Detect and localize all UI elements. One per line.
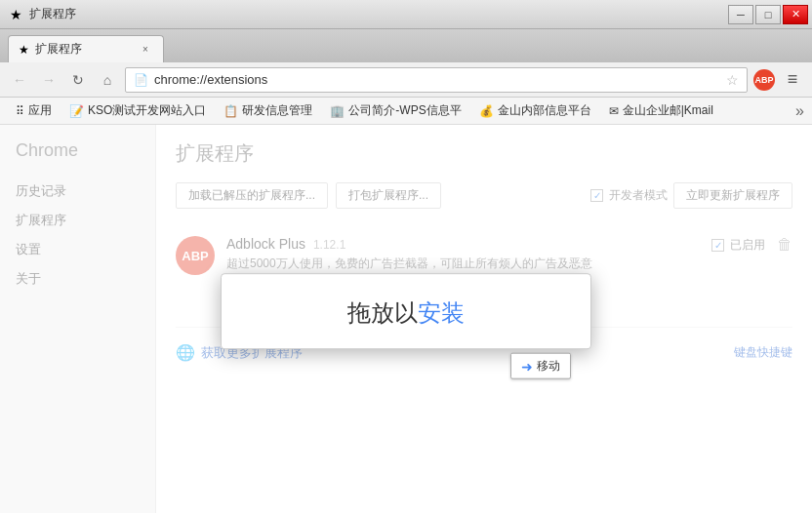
move-button-wrap: ➜ 移动 [510,353,571,379]
minimize-button[interactable]: ─ [728,5,753,24]
bookmark-mail-label: 金山企业邮|Kmail [623,102,713,119]
title-text: 扩展程序 [29,6,76,22]
bookmarks-more-button[interactable]: » [795,102,804,120]
move-arrow-icon: ➜ [521,358,533,374]
tab-favicon: ★ [19,43,29,57]
bookmark-kso-label: KSO测试开发网站入口 [88,102,206,119]
tab-title: 扩展程序 [35,41,132,58]
bookmark-mail[interactable]: ✉ 金山企业邮|Kmail [601,100,721,122]
main-content: Chrome 历史记录 扩展程序 设置 关于 扩展程序 加载已解压的扩展程序..… [0,125,812,513]
title-bar-left: ★ 扩展程序 [8,6,76,22]
home-button[interactable]: ⌂ [96,68,119,92]
address-input-wrap[interactable]: 📄 ☆ [125,67,748,93]
page-icon: 📄 [134,73,148,87]
bookmark-rd-label: 研发信息管理 [242,102,312,119]
bookmark-rd[interactable]: 📋 研发信息管理 [216,100,320,122]
move-button[interactable]: ➜ 移动 [510,353,571,379]
active-tab[interactable]: ★ 扩展程序 × [8,35,164,62]
rd-icon: 📋 [223,104,238,118]
company-icon: 🏢 [330,104,345,118]
bookmark-apps[interactable]: ⠿ 应用 [8,100,60,122]
drop-text-highlight: 安装 [418,299,465,326]
forward-button: → [37,68,61,92]
bookmark-intranet-label: 金山内部信息平台 [498,102,591,119]
abp-extension-icon[interactable]: ABP [753,69,775,91]
maximize-button[interactable]: □ [755,5,781,24]
bookmark-intranet[interactable]: 💰 金山内部信息平台 [471,100,599,122]
bookmark-company-label: 公司简介-WPS信息平 [348,102,461,119]
drop-dialog-body: 拖放以安装 [222,274,590,348]
tab-bar: ★ 扩展程序 × [0,29,812,62]
bookmark-apps-label: 应用 [28,102,52,119]
address-input[interactable] [154,72,720,87]
tab-close-button[interactable]: × [138,42,153,58]
drop-install-dialog: 拖放以安装 ➜ 移动 [221,273,591,349]
bookmarks-bar: ⠿ 应用 📝 KSO测试开发网站入口 📋 研发信息管理 🏢 公司简介-WPS信息… [0,98,812,125]
bookmark-star-icon[interactable]: ☆ [726,72,739,88]
reload-button[interactable]: ↻ [66,68,90,92]
bookmark-company[interactable]: 🏢 公司简介-WPS信息平 [322,100,468,122]
intranet-icon: 💰 [479,104,494,118]
apps-grid-icon: ⠿ [16,104,24,118]
address-bar: ← → ↻ ⌂ 📄 ☆ ABP ≡ [0,62,812,98]
window-controls: ─ □ ✕ [728,5,808,24]
mail-icon: ✉ [609,104,619,118]
back-button: ← [8,68,31,92]
kso-icon: 📝 [69,104,84,118]
bookmark-kso[interactable]: 📝 KSO测试开发网站入口 [61,100,214,122]
drop-text-before: 拖放以 [347,299,418,326]
chrome-menu-button[interactable]: ≡ [781,68,804,92]
move-button-label: 移动 [537,358,560,375]
title-bar: ★ 扩展程序 ─ □ ✕ [0,0,812,29]
drop-install-text: 拖放以安装 [347,299,465,326]
app-icon: ★ [8,7,23,22]
close-button[interactable]: ✕ [783,5,808,24]
